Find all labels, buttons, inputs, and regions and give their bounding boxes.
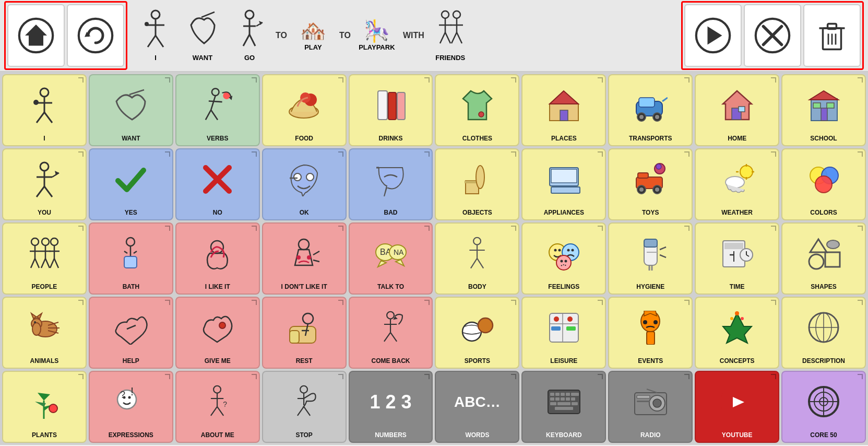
cell-home[interactable]: HOME bbox=[695, 74, 779, 146]
plants-icon bbox=[5, 374, 84, 430]
cell-shapes[interactable]: SHAPES bbox=[781, 222, 866, 295]
svg-point-120 bbox=[42, 238, 49, 245]
cell-want[interactable]: WANT bbox=[89, 74, 173, 146]
cell-transports[interactable]: TRANSPORTS bbox=[608, 74, 693, 146]
cell-core50[interactable]: CORE 50 bbox=[781, 371, 866, 443]
cell-numbers[interactable]: 1 2 3NUMBERS bbox=[349, 371, 433, 443]
bad-label: BAD bbox=[384, 209, 398, 216]
cell-description[interactable]: DESCRIPTION bbox=[781, 297, 866, 369]
cell-giveme[interactable]: GIVE ME bbox=[175, 297, 260, 369]
cell-radio[interactable]: RADIO bbox=[608, 371, 693, 443]
cell-food[interactable]: FOOD bbox=[262, 74, 347, 146]
cell-sports[interactable]: SPORTS bbox=[435, 297, 519, 369]
svg-line-164 bbox=[660, 247, 666, 250]
cell-leisure[interactable]: LEISURE bbox=[521, 297, 606, 369]
svg-point-106 bbox=[740, 166, 753, 178]
svg-line-186 bbox=[127, 325, 136, 329]
svg-point-59 bbox=[479, 112, 484, 117]
cell-colors[interactable]: COLORS bbox=[781, 148, 866, 220]
cell-objects[interactable]: OBJECTS bbox=[435, 148, 519, 220]
svg-marker-180 bbox=[31, 313, 37, 319]
cell-people[interactable]: PEOPLE bbox=[2, 222, 87, 295]
cell-body[interactable]: BODY bbox=[435, 222, 519, 295]
cell-animals[interactable]: ANIMALS bbox=[2, 297, 87, 369]
svg-line-197 bbox=[390, 333, 397, 342]
want-icon bbox=[92, 77, 170, 134]
keyboard-icon bbox=[525, 374, 603, 430]
cell-aboutme[interactable]: ?ABOUT ME bbox=[175, 371, 260, 443]
cell-weather[interactable]: WEATHER bbox=[695, 148, 779, 220]
objects-icon bbox=[438, 151, 516, 208]
cell-verbs[interactable]: VERBS bbox=[175, 74, 260, 146]
hygiene-icon bbox=[611, 226, 689, 282]
cell-ok[interactable]: OK bbox=[262, 148, 347, 220]
ilike-label: I LIKE IT bbox=[205, 283, 230, 290]
youtube-icon bbox=[698, 374, 776, 430]
cell-youtube[interactable]: YOUTUBE bbox=[695, 371, 779, 443]
comeback-label: COME BACK bbox=[372, 357, 410, 365]
cell-ilike[interactable]: I LIKE IT bbox=[175, 222, 260, 295]
svg-rect-253 bbox=[550, 402, 556, 405]
cell-toys[interactable]: TOYS bbox=[608, 148, 693, 220]
svg-line-10 bbox=[201, 12, 215, 17]
cell-yes[interactable]: YES bbox=[89, 148, 173, 220]
svg-point-130 bbox=[126, 238, 135, 246]
cell-help[interactable]: HELP bbox=[89, 297, 173, 369]
leisure-label: LEISURE bbox=[550, 357, 577, 365]
svg-point-23 bbox=[453, 11, 460, 18]
sentence-word-i: I bbox=[154, 54, 157, 62]
home-button[interactable] bbox=[7, 4, 65, 67]
animals-label: ANIMALS bbox=[30, 357, 59, 365]
cell-idontlike[interactable]: I DON'T LIKE IT bbox=[262, 222, 347, 295]
svg-point-88 bbox=[306, 173, 314, 181]
svg-point-103 bbox=[655, 187, 659, 192]
svg-point-179 bbox=[32, 323, 41, 335]
connector-with: WITH bbox=[403, 31, 424, 40]
play-button[interactable] bbox=[684, 4, 742, 67]
svg-line-234 bbox=[211, 407, 217, 416]
cancel-button[interactable] bbox=[744, 4, 801, 67]
cell-i[interactable]: I bbox=[2, 74, 87, 146]
sentence-playpark: 🎠 PLAYPARK bbox=[356, 20, 398, 51]
svg-line-15 bbox=[249, 34, 255, 46]
cell-time[interactable]: TIME bbox=[695, 222, 779, 295]
cell-bath[interactable]: BATH bbox=[89, 222, 173, 295]
cell-talkto[interactable]: BANATALK TO bbox=[349, 222, 433, 295]
svg-rect-244 bbox=[555, 393, 560, 396]
colors-label: COLORS bbox=[810, 209, 837, 216]
svg-marker-213 bbox=[723, 313, 752, 343]
cell-words[interactable]: ABC…WORDS bbox=[435, 371, 519, 443]
trash-button[interactable] bbox=[803, 4, 861, 67]
cell-clothes[interactable]: CLOTHES bbox=[435, 74, 519, 146]
svg-point-145 bbox=[473, 238, 481, 245]
cell-hygiene[interactable]: HYGIENE bbox=[608, 222, 693, 295]
you-label: YOU bbox=[38, 209, 51, 216]
i-icon bbox=[5, 77, 84, 134]
svg-line-123 bbox=[41, 259, 45, 268]
cell-bad[interactable]: BAD bbox=[349, 148, 433, 220]
refresh-button[interactable] bbox=[67, 4, 124, 67]
cell-concepts[interactable]: CONCEPTS bbox=[695, 297, 779, 369]
cell-places[interactable]: PLACES bbox=[521, 74, 606, 146]
cell-stop[interactable]: STOP bbox=[262, 371, 347, 443]
svg-marker-74 bbox=[810, 91, 838, 100]
cell-rest[interactable]: REST bbox=[262, 297, 347, 369]
cell-plants[interactable]: PLANTS bbox=[2, 371, 87, 443]
svg-rect-254 bbox=[557, 402, 570, 405]
cell-comeback[interactable]: COME BACK bbox=[349, 297, 433, 369]
no-label: NO bbox=[213, 209, 222, 216]
cell-feelings[interactable]: FEELINGS bbox=[521, 222, 606, 295]
cell-drinks[interactable]: DRINKS bbox=[349, 74, 433, 146]
cell-expressions[interactable]: ?!EXPRESSIONS bbox=[89, 371, 173, 443]
cell-keyboard[interactable]: KEYBOARD bbox=[521, 371, 606, 443]
cell-appliances[interactable]: APPLIANCES bbox=[521, 148, 606, 220]
cell-events[interactable]: EVENTS bbox=[608, 297, 693, 369]
svg-point-187 bbox=[219, 322, 225, 328]
cell-you[interactable]: YOU bbox=[2, 148, 87, 220]
idontlike-label: I DON'T LIKE IT bbox=[281, 283, 327, 290]
svg-line-262 bbox=[647, 389, 657, 393]
cell-school[interactable]: SCHOOL bbox=[781, 74, 866, 146]
svg-point-114 bbox=[815, 176, 832, 193]
cell-no[interactable]: NO bbox=[175, 148, 260, 220]
svg-point-259 bbox=[653, 399, 661, 407]
